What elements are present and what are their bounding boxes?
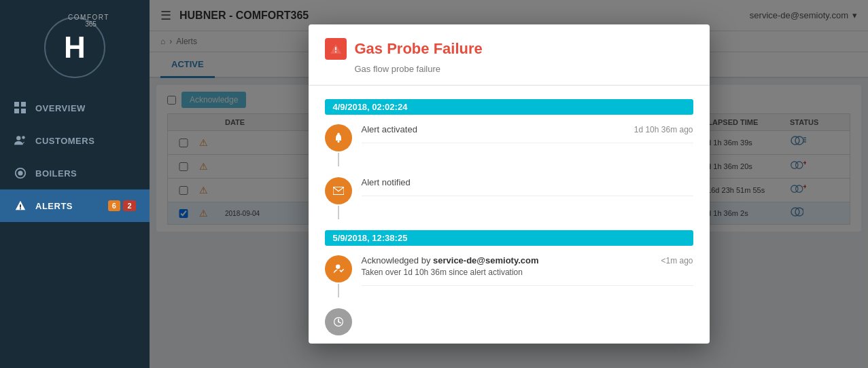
svg-rect-3 [21,109,26,113]
svg-rect-31 [337,133,339,134]
timeline-event-3: Acknowledged by service-de@semioty.com <… [325,255,693,297]
modal: Gas Probe Failure Gas flow probe failure… [309,24,710,344]
event3-email: service-de@semioty.com [433,255,539,265]
modal-subtitle: Gas flow probe failure [325,64,693,74]
sidebar-alerts-label: ALERTS [35,201,73,211]
sidebar: COMFORT H 365 OVERVIEW CUSTOMERS [0,0,150,368]
sidebar-boilers-label: BOILERS [35,168,77,179]
event3-time: <1m ago [661,256,693,265]
svg-rect-28 [335,47,336,50]
svg-point-4 [16,136,20,140]
timeline-icon-col-3 [325,255,352,297]
event1-label: Alert activated [362,124,417,134]
svg-rect-0 [14,102,19,107]
modal-header: Gas Probe Failure Gas flow probe failure [309,24,710,86]
timeline-date-1: 4/9/2018, 02:02:24 [325,99,693,115]
boilers-icon [14,166,27,180]
svg-line-36 [338,322,341,323]
event3-content: Acknowledged by service-de@semioty.com <… [362,255,693,286]
connector-3 [338,284,339,297]
timeline-event-4 [325,308,693,335]
sidebar-item-customers[interactable]: CUSTOMERS [0,124,150,157]
clock-icon [325,308,352,335]
svg-point-5 [22,136,25,139]
sidebar-item-alerts[interactable]: ALERTS 6 2 [0,189,150,222]
svg-point-30 [337,141,339,143]
logo-circle: COMFORT H 365 [44,17,105,78]
event2-label: Alert notified [362,177,411,187]
modal-title-row: Gas Probe Failure [325,38,693,60]
event4-label: Taken over 1d 10h 36m since alert activa… [362,268,693,277]
sidebar-item-boilers[interactable]: BOILERS [0,157,150,189]
timeline-date-2: 5/9/2018, 12:38:25 [325,230,693,246]
svg-rect-1 [21,102,26,107]
timeline-icon-col-4 [325,308,352,335]
modal-body: 4/9/2018, 02:02:24 [309,86,710,344]
timeline-event-2: Alert notified [325,177,693,219]
alerts-badges: 6 2 [108,200,136,211]
sidebar-customers-label: CUSTOMERS [35,136,94,146]
sidebar-item-overview[interactable]: OVERVIEW [0,92,150,124]
event1-time: 1d 10h 36m ago [634,125,693,134]
connector-2 [338,206,339,219]
modal-title: Gas Probe Failure [355,40,483,58]
timeline-icon-col-2 [325,177,352,219]
timeline: 4/9/2018, 02:02:24 [325,99,693,344]
email-icon [325,177,352,204]
logo-area: COMFORT H 365 [0,7,150,92]
event1-content: Alert activated 1d 10h 36m ago [362,124,693,143]
sidebar-overview-label: OVERVIEW [35,103,86,113]
alert-triangle-icon [325,38,347,60]
event2-content: Alert notified [362,177,693,196]
svg-point-7 [18,170,22,175]
svg-point-33 [336,265,340,269]
timeline-icon-col-1 [325,124,352,166]
event3-label: Acknowledged by service-de@semioty.com [362,255,539,265]
svg-rect-8 [20,204,21,208]
logo-h: H [64,33,86,62]
badge-red: 2 [123,200,136,211]
customers-icon [14,134,27,147]
modal-overlay[interactable]: Gas Probe Failure Gas flow probe failure… [150,0,868,368]
grid-icon [14,101,27,115]
main-content: ☰ HUBNER - COMFORT365 service-de@semioty… [150,0,868,368]
bell-icon [325,124,352,151]
alerts-icon [14,199,27,213]
user-check-icon [325,255,352,282]
svg-rect-29 [335,52,336,53]
connector-1 [338,153,339,166]
event4-content [362,308,693,316]
timeline-event-1: Alert activated 1d 10h 36m ago [325,124,693,166]
svg-rect-2 [14,109,19,113]
badge-orange: 6 [108,200,121,211]
logo-365: 365 [85,20,97,28]
svg-rect-9 [20,208,21,210]
